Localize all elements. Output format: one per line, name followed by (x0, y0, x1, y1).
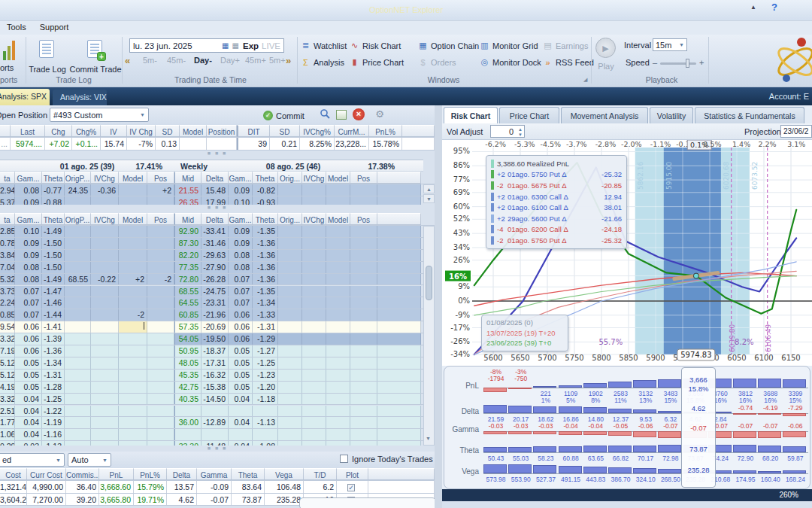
cell[interactable]: 0.04 (229, 417, 253, 428)
window-button-monitor-dock[interactable]: ◎Monitor Dock (480, 56, 541, 68)
cell[interactable] (302, 309, 326, 321)
cell[interactable]: 0.09 (229, 184, 253, 196)
group-expand-icon[interactable]: ◢ (583, 77, 587, 83)
cell[interactable] (65, 394, 91, 405)
cell[interactable] (278, 184, 302, 196)
plot-checkbox[interactable]: ✓ (337, 481, 368, 493)
cell[interactable]: 1.77 (0, 417, 15, 428)
window-button-risk-chart[interactable]: ∿Risk Chart (350, 39, 401, 52)
option-row[interactable]: 5.120.05-1.3448.05-17.310.05-1.25 (0, 357, 435, 370)
cell[interactable]: 3,665.80 (99, 494, 134, 506)
cell[interactable] (377, 345, 421, 357)
cell[interactable]: -1.13 (253, 417, 278, 428)
cell[interactable] (278, 333, 302, 345)
cell[interactable]: +2 (147, 184, 174, 196)
cell[interactable] (326, 286, 350, 297)
cell[interactable] (119, 345, 147, 357)
cell[interactable] (119, 262, 147, 273)
cell[interactable]: 4.19 (0, 382, 15, 393)
cell[interactable]: -24.75 (201, 286, 229, 297)
cell[interactable]: 5.12 (0, 357, 15, 369)
cell[interactable] (350, 274, 377, 285)
cell[interactable]: -31.46 (201, 238, 229, 249)
cell[interactable]: 83.64 (232, 481, 265, 493)
mode-dropdown[interactable]: Auto▼ (68, 453, 111, 467)
cell[interactable]: +0.1... (72, 138, 101, 150)
cell[interactable]: -1.34 (42, 357, 65, 369)
cell[interactable] (119, 382, 147, 393)
cell[interactable] (326, 184, 350, 196)
cell[interactable]: -21.96 (201, 309, 229, 321)
spin-down-icon[interactable]: ▼ (518, 132, 523, 138)
cell[interactable]: -0.82 (253, 184, 278, 196)
cell[interactable] (91, 309, 119, 321)
cell[interactable]: 0.05 (229, 370, 253, 381)
cell[interactable] (119, 184, 147, 196)
cell[interactable]: -0.22 (91, 274, 119, 285)
cell[interactable] (350, 333, 377, 345)
tab-risk-chart[interactable]: Risk Chart (444, 107, 498, 123)
cell[interactable] (147, 196, 174, 205)
cell[interactable] (119, 333, 147, 345)
cell[interactable] (278, 357, 302, 369)
cell[interactable]: 0.05 (15, 382, 42, 393)
cell[interactable] (147, 406, 174, 417)
panel-splitter[interactable] (435, 105, 442, 508)
cell[interactable] (302, 184, 326, 196)
option-row[interactable]: 5.320.08-1.4968.55-0.22+2-272.80-26.280.… (0, 274, 435, 286)
cell[interactable]: 0.08 (229, 250, 253, 261)
cell[interactable] (302, 262, 326, 273)
cell[interactable] (350, 394, 377, 405)
cell[interactable] (278, 226, 302, 237)
cell[interactable]: 13.57 (167, 481, 197, 493)
cell[interactable] (377, 226, 421, 237)
cell[interactable]: 0.05 (15, 370, 42, 381)
trades-row[interactable]: 1,321.404,990.0036.403,668.6015.79%13.57… (0, 481, 435, 494)
cell[interactable] (147, 382, 174, 393)
cell[interactable]: -1.25 (42, 394, 65, 405)
cell[interactable] (302, 250, 326, 261)
cell[interactable] (229, 406, 253, 417)
cell[interactable] (65, 309, 91, 321)
cell[interactable] (302, 394, 326, 405)
cell[interactable]: -0.93 (253, 196, 278, 205)
cell[interactable]: 23,228... (335, 138, 369, 150)
option-row[interactable]: 2.850.10-1.4992.90-33.410.09-1.35 (0, 226, 435, 238)
cell[interactable]: 0.05 (229, 357, 253, 369)
cell[interactable] (326, 250, 350, 261)
cell[interactable] (119, 196, 147, 205)
cell[interactable] (377, 357, 421, 369)
nav-45m-minus[interactable]: 45m- (167, 56, 186, 65)
cell[interactable] (350, 370, 377, 381)
cell[interactable] (350, 406, 377, 417)
cell[interactable]: 0.04 (15, 429, 42, 440)
option-row[interactable]: 1.060.04-1.16 (0, 429, 435, 441)
cell[interactable] (147, 250, 174, 261)
cell[interactable] (65, 345, 91, 357)
cell[interactable] (91, 357, 119, 369)
greeks-histogram[interactable]: PnL-8%-1794-3%-7502211%11095%19028%25831… (444, 366, 810, 489)
cell[interactable] (377, 262, 421, 273)
cell[interactable]: 87.30 (174, 238, 201, 249)
option-row[interactable]: 0.780.09-1.5087.30-31.460.09-1.36 (0, 238, 435, 250)
cell[interactable]: 3.32 (0, 394, 15, 405)
cell[interactable]: 17.99 (201, 196, 229, 205)
cell[interactable] (147, 370, 174, 381)
cell[interactable]: 2.94 (0, 184, 15, 196)
cell[interactable]: 0.07 (229, 297, 253, 309)
cell[interactable]: 0.78 (0, 238, 15, 249)
cell[interactable]: 57.35 (174, 321, 201, 333)
calendar-icon[interactable]: ▦ (222, 41, 229, 50)
cell[interactable] (91, 417, 119, 428)
cell[interactable] (278, 250, 302, 261)
cell[interactable] (302, 274, 326, 285)
cell[interactable]: +7.02 (45, 138, 72, 150)
cell[interactable]: -1.50 (42, 250, 65, 261)
cell[interactable]: -1.39 (42, 333, 65, 345)
cell[interactable] (91, 250, 119, 261)
summary-row[interactable]: ...5974....+7.02+0.1...15.74-7%0.13390.2… (0, 138, 435, 151)
cell[interactable]: 0.06 (15, 321, 42, 333)
cell[interactable] (350, 250, 377, 261)
cell[interactable] (174, 406, 201, 417)
cell[interactable] (278, 429, 302, 440)
